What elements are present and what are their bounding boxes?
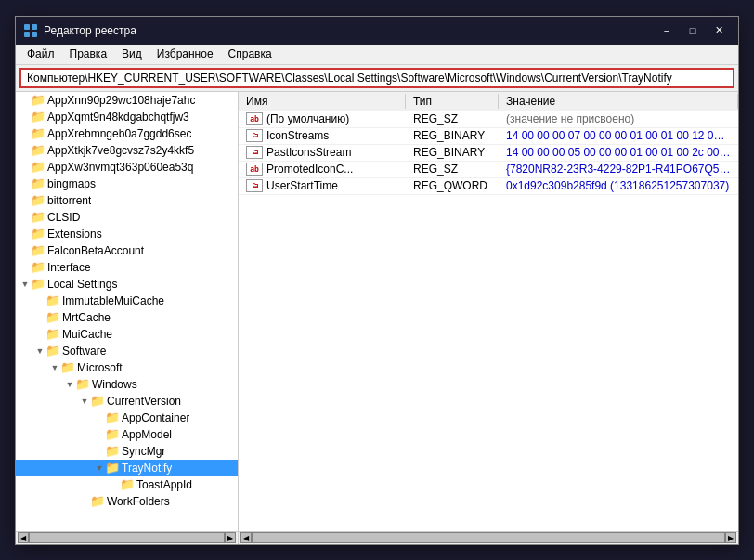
tree-item[interactable]: 📁AppXw3nvmqt363p060ea53q	[16, 159, 238, 176]
expand-arrow-icon[interactable]	[79, 396, 90, 407]
column-header-type[interactable]: Тип	[406, 94, 499, 109]
address-bar[interactable]: Компьютер\HKEY_CURRENT_USER\SOFTWARE\Cla…	[20, 68, 734, 88]
folder-icon: 📁	[60, 360, 75, 375]
tree-scroll-thumb[interactable]	[29, 532, 225, 543]
registry-value-name: UserStartTime	[266, 179, 338, 192]
tree-item[interactable]: 📁CurrentVersion	[16, 393, 238, 410]
tree-panel[interactable]: 📁AppXnn90p29wc108haje7ahc📁AppXqmt9n48kdg…	[16, 92, 239, 531]
tree-item[interactable]: 📁Software	[16, 343, 238, 359]
tree-item-label: Extensions	[47, 228, 102, 241]
column-header-value[interactable]: Значение	[499, 94, 738, 109]
tree-item[interactable]: 📁bingmaps	[16, 176, 238, 192]
tree-item-label: AppXtkjk7ve8gcvsz7s2y4kkf5	[47, 144, 194, 157]
expand-arrow-icon[interactable]	[64, 379, 75, 390]
details-panel[interactable]: Имя Тип Значение ab(По умолчанию)REG_SZ(…	[239, 92, 738, 531]
content-area: 📁AppXnn90p29wc108haje7ahc📁AppXqmt9n48kdg…	[16, 91, 738, 531]
expand-arrow-icon[interactable]	[49, 362, 60, 373]
tree-item[interactable]: 📁AppXnn90p29wc108haje7ahc	[16, 92, 238, 109]
tree-scroll-track[interactable]: ◀ ▶	[16, 532, 239, 544]
tree-item[interactable]: 📁TrayNotify	[16, 460, 238, 476]
tree-item-label: ImmutableMuiCache	[62, 294, 164, 307]
folder-icon: 📁	[31, 126, 46, 141]
folder-icon: 📁	[31, 143, 46, 158]
menu-item-избранное[interactable]: Избранное	[150, 45, 221, 64]
svg-rect-2	[24, 32, 30, 37]
tree-item[interactable]: 📁ToastAppId	[16, 476, 238, 493]
folder-icon: 📁	[120, 477, 135, 492]
menu-item-вид[interactable]: Вид	[114, 45, 150, 64]
registry-value-type: REG_BINARY	[406, 129, 499, 142]
tree-item[interactable]: 📁AppXtkjk7ve8gcvsz7s2y4kkf5	[16, 142, 238, 159]
registry-value-icon: ab	[246, 112, 263, 125]
tree-item-label: AppContainer	[122, 411, 189, 424]
menu-item-справка[interactable]: Справка	[221, 45, 280, 64]
tree-item-label: CLSID	[47, 211, 80, 224]
folder-icon: 📁	[105, 427, 120, 442]
tree-item-label: AppModel	[122, 428, 172, 441]
menu-item-правка[interactable]: Правка	[62, 45, 115, 64]
registry-value-data: (значение не присвоено)	[499, 112, 738, 125]
tree-item[interactable]: 📁Extensions	[16, 226, 238, 242]
tree-item[interactable]: 📁AppXqmt9n48kdgabchqtfjw3	[16, 109, 238, 125]
table-row[interactable]: 🗂PastIconsStreamREG_BINARY14 00 00 00 05…	[239, 145, 738, 162]
folder-icon: 📁	[31, 110, 46, 124]
expand-arrow-icon[interactable]	[94, 462, 105, 474]
registry-value-name: (По умолчанию)	[266, 112, 349, 125]
tree-item[interactable]: 📁bittorrent	[16, 192, 238, 209]
tree-item[interactable]: 📁CLSID	[16, 209, 238, 226]
tree-item[interactable]: 📁Windows	[16, 376, 238, 393]
details-scroll-thumb[interactable]	[252, 532, 725, 543]
tree-item[interactable]: 📁Interface	[16, 259, 238, 276]
tree-item[interactable]: 📁AppModel	[16, 426, 238, 443]
registry-value-type: REG_QWORD	[406, 179, 499, 192]
tree-item[interactable]: 📁MrtCache	[16, 309, 238, 326]
tree-scroll-left[interactable]: ◀	[18, 532, 29, 543]
registry-value-type: REG_SZ	[406, 112, 499, 125]
folder-icon: 📁	[90, 494, 105, 509]
title-bar: Редактор реестра − □ ✕	[16, 17, 738, 45]
registry-editor-window: Редактор реестра − □ ✕ ФайлПравкаВидИзбр…	[15, 16, 739, 545]
table-row[interactable]: ab(По умолчанию)REG_SZ(значение не присв…	[239, 111, 738, 128]
expand-arrow-icon[interactable]	[20, 279, 31, 290]
tree-item-label: MrtCache	[62, 311, 110, 324]
tree-scroll-right[interactable]: ▶	[225, 532, 236, 543]
tree-item-label: Local Settings	[47, 278, 117, 291]
tree-item[interactable]: 📁AppContainer	[16, 410, 238, 426]
maximize-button[interactable]: □	[681, 21, 705, 40]
tree-item[interactable]: 📁ImmutableMuiCache	[16, 293, 238, 309]
details-scroll-track[interactable]: ◀ ▶	[239, 532, 738, 544]
menu-bar: ФайлПравкаВидИзбранноеСправка	[16, 45, 738, 65]
registry-value-data: 14 00 00 00 05 00 00 00 01 00 01 00 2c 0…	[499, 146, 738, 159]
menu-item-файл[interactable]: Файл	[20, 45, 62, 64]
table-row[interactable]: 🗂IconStreamsREG_BINARY14 00 00 00 07 00 …	[239, 128, 738, 145]
table-row[interactable]: abPromotedIconC...REG_SZ{7820NR82-23R3-4…	[239, 162, 738, 178]
expand-arrow-icon[interactable]	[34, 345, 46, 357]
details-scroll-right[interactable]: ▶	[725, 532, 736, 543]
tree-item-label: Interface	[47, 261, 91, 274]
tree-item-label: AppXnn90p29wc108haje7ahc	[47, 94, 195, 107]
column-header-name[interactable]: Имя	[239, 94, 406, 109]
folder-icon: 📁	[31, 260, 46, 275]
window-title: Редактор реестра	[44, 24, 649, 37]
tree-item[interactable]: 📁SyncMgr	[16, 443, 238, 460]
tree-item[interactable]: 📁Local Settings	[16, 276, 238, 293]
folder-icon: 📁	[46, 293, 60, 308]
svg-rect-1	[32, 24, 37, 30]
tree-item[interactable]: 📁WorkFolders	[16, 493, 238, 510]
tree-item[interactable]: 📁MuiCache	[16, 326, 238, 343]
tree-item-label: Windows	[92, 378, 137, 391]
window-controls: − □ ✕	[655, 21, 731, 40]
folder-icon: 📁	[31, 176, 46, 191]
tree-item[interactable]: 📁AppXrebmngeb0a7ggdd6sec	[16, 125, 238, 142]
registry-value-name: PromotedIconC...	[266, 163, 353, 176]
close-button[interactable]: ✕	[707, 21, 731, 40]
tree-item[interactable]: 📁FalconBetaAccount	[16, 242, 238, 259]
folder-icon: 📁	[105, 410, 120, 425]
tree-item-label: AppXw3nvmqt363p060ea53q	[47, 161, 193, 174]
details-scroll-left[interactable]: ◀	[240, 532, 252, 543]
registry-value-icon: 🗂	[246, 146, 263, 159]
table-row[interactable]: 🗂UserStartTimeREG_QWORD0x1d92c309b285f9d…	[239, 178, 738, 195]
folder-icon: 📁	[31, 227, 46, 241]
minimize-button[interactable]: −	[655, 21, 679, 40]
tree-item[interactable]: 📁Microsoft	[16, 359, 238, 376]
